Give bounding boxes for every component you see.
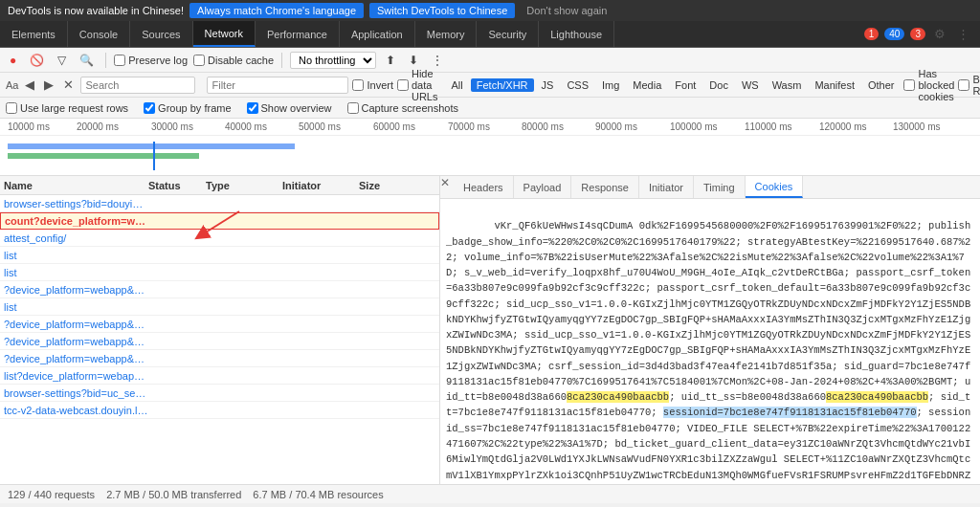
filter-doc[interactable]: Doc <box>703 78 734 92</box>
table-row[interactable]: list <box>0 247 439 264</box>
devtools-tab-bar: Elements Console Sources Network Perform… <box>0 21 980 48</box>
right-panel-tabs: ✕ Headers Payload Response Initiator Tim… <box>440 176 980 199</box>
filter-font[interactable]: Font <box>669 78 702 92</box>
table-row[interactable]: ?device_platform=webapp&aid=6383&channel… <box>0 316 439 333</box>
preserve-log-checkbox[interactable]: Preserve log <box>114 55 188 66</box>
filter-manifest[interactable]: Manifest <box>809 78 860 92</box>
filter-other[interactable]: Other <box>862 78 901 92</box>
table-row[interactable]: tcc-v2-data-webcast.douyin.live.pc-defau… <box>0 402 439 419</box>
timeline-cursor <box>153 142 155 170</box>
filter-wasm[interactable]: Wasm <box>767 78 808 92</box>
filter-icon[interactable]: ▽ <box>54 52 70 69</box>
match-language-button[interactable]: Always match Chrome's language <box>189 3 364 18</box>
tab-memory[interactable]: Memory <box>415 21 478 47</box>
tl-110000: 110000 ms <box>745 121 791 132</box>
tab-performance[interactable]: Performance <box>256 21 340 47</box>
clear-button[interactable]: 🚫 <box>26 52 48 69</box>
tab-sources[interactable]: Sources <box>130 21 192 47</box>
timeline-labels: 10000 ms 20000 ms 30000 ms 40000 ms 5000… <box>0 119 980 136</box>
uid-tt-ss-highlight: 8ca230ca490baacbb <box>826 391 928 403</box>
tl-70000: 70000 ms <box>448 121 490 132</box>
notification-bar: DevTools is now available in Chinese! Al… <box>0 0 980 21</box>
table-row[interactable]: count?device_platform=webapp&aid=6383&ch… <box>0 212 439 230</box>
record-button[interactable]: ● <box>6 52 20 69</box>
col-type: Type <box>206 180 282 191</box>
table-row[interactable]: list <box>0 264 439 281</box>
table-row[interactable]: list?device_platform=webapp&aid=6383&cha… <box>0 367 439 385</box>
throttle-select[interactable]: No throttling <box>290 52 376 69</box>
invert-checkbox[interactable]: Invert <box>352 79 393 91</box>
blocked-cookies-checkbox[interactable]: Has blocked cookies <box>903 68 954 102</box>
search-input[interactable] <box>80 77 195 94</box>
show-overview-checkbox[interactable]: Show overview <box>247 102 332 114</box>
tl-100000: 100000 ms <box>670 121 717 132</box>
filter-css[interactable]: CSS <box>561 78 594 92</box>
network-toolbar: ● 🚫 ▽ 🔍 Preserve log Disable cache No th… <box>0 48 980 73</box>
tab-response[interactable]: Response <box>571 176 639 198</box>
request-list-header: Name Status Type Initiator Size <box>0 176 439 195</box>
timeline-chart <box>0 136 980 175</box>
table-row[interactable]: attest_config/ <box>0 230 439 247</box>
search-icon[interactable]: 🔍 <box>76 52 98 69</box>
tab-console[interactable]: Console <box>68 21 130 47</box>
timeline-bar-requests <box>8 143 295 149</box>
filter-input[interactable] <box>207 77 348 94</box>
table-row[interactable]: ?device_platform=webapp&aid=6383&channel… <box>0 350 439 367</box>
table-row[interactable]: list <box>0 298 439 316</box>
switch-language-button[interactable]: Switch DevTools to Chinese <box>369 3 515 18</box>
options-bar: Use large request rows Group by frame Sh… <box>0 98 980 119</box>
tab-payload[interactable]: Payload <box>514 176 572 198</box>
separator <box>105 53 106 68</box>
group-frame-checkbox[interactable]: Group by frame <box>144 102 231 114</box>
hide-data-urls-checkbox[interactable]: Hide data URLs <box>397 68 438 102</box>
more-options-icon[interactable]: ⋮ <box>954 26 972 42</box>
tl-40000: 40000 ms <box>225 121 267 132</box>
search-filter-bar: Aa ◀ ▶ ✕ Invert Hide data URLs All Fetch… <box>0 73 980 98</box>
dismiss-button[interactable]: Don't show again <box>526 5 607 16</box>
filter-ws[interactable]: WS <box>736 78 765 92</box>
sessionid-highlight: sessionid=7bc1e8e747f9118131ac15f81eb047… <box>663 407 917 418</box>
filter-js[interactable]: JS <box>536 78 560 92</box>
blocked-requests-checkbox[interactable]: Blocked Requests <box>958 74 980 97</box>
table-row[interactable]: ?device_platform=webapp&aid=6383&channel… <box>0 333 439 350</box>
tab-lighthouse[interactable]: Lighthouse <box>539 21 614 47</box>
tl-60000: 60000 ms <box>373 121 415 132</box>
more-network-icon[interactable]: ⋮ <box>428 52 447 69</box>
filter-img[interactable]: Img <box>596 78 625 92</box>
right-panel: ✕ Headers Payload Response Initiator Tim… <box>440 176 980 484</box>
cookie-content: vKr_QF6kUeWHwsI4sqCDumA 0dk%2F1699545680… <box>440 199 980 484</box>
col-initiator: Initiator <box>282 180 359 191</box>
download-icon[interactable]: ⬇ <box>405 52 422 69</box>
close-panel-icon[interactable]: ✕ <box>440 176 450 198</box>
table-row[interactable]: browser-settings?bid=uc_secure_sdk&store… <box>0 385 439 402</box>
tab-application[interactable]: Application <box>340 21 415 47</box>
settings-icon[interactable]: ⚙ <box>931 26 948 42</box>
tab-cookies[interactable]: Cookies <box>746 176 804 198</box>
tl-20000: 20000 ms <box>77 121 119 132</box>
capture-screenshots-checkbox[interactable]: Capture screenshots <box>347 102 459 114</box>
large-rows-checkbox[interactable]: Use large request rows <box>6 102 128 114</box>
tab-timing[interactable]: Timing <box>694 176 746 198</box>
tab-elements[interactable]: Elements <box>0 21 68 47</box>
warning-badge: 40 <box>884 28 904 40</box>
filter-media[interactable]: Media <box>627 78 667 92</box>
clear-search-icon[interactable]: ✕ <box>60 77 77 93</box>
tl-50000: 50000 ms <box>299 121 341 132</box>
resources-size: 6.7 MB / 70.4 MB resources <box>253 489 383 500</box>
table-row[interactable]: browser-settings?bid=douyin_web&store=1 <box>0 195 439 212</box>
tab-headers[interactable]: Headers <box>454 176 514 198</box>
disable-cache-checkbox[interactable]: Disable cache <box>193 55 274 66</box>
col-name: Name <box>4 180 148 191</box>
devtools-label: DevTools is now available in Chinese! <box>8 5 184 16</box>
tab-network[interactable]: Network <box>193 21 256 47</box>
prev-match-icon[interactable]: ◀ <box>22 77 37 93</box>
table-row[interactable]: ?device_platform=webapp&aid=6383&channel… <box>0 281 439 298</box>
tl-130000: 130000 ms <box>893 121 940 132</box>
next-match-icon[interactable]: ▶ <box>41 77 56 93</box>
filter-all[interactable]: All <box>446 78 469 92</box>
filter-fetch-xhr[interactable]: Fetch/XHR <box>471 78 534 92</box>
upload-icon[interactable]: ⬆ <box>382 52 399 69</box>
request-list: Name Status Type Initiator Size browser-… <box>0 176 440 484</box>
tab-security[interactable]: Security <box>477 21 539 47</box>
tab-initiator[interactable]: Initiator <box>639 176 694 198</box>
